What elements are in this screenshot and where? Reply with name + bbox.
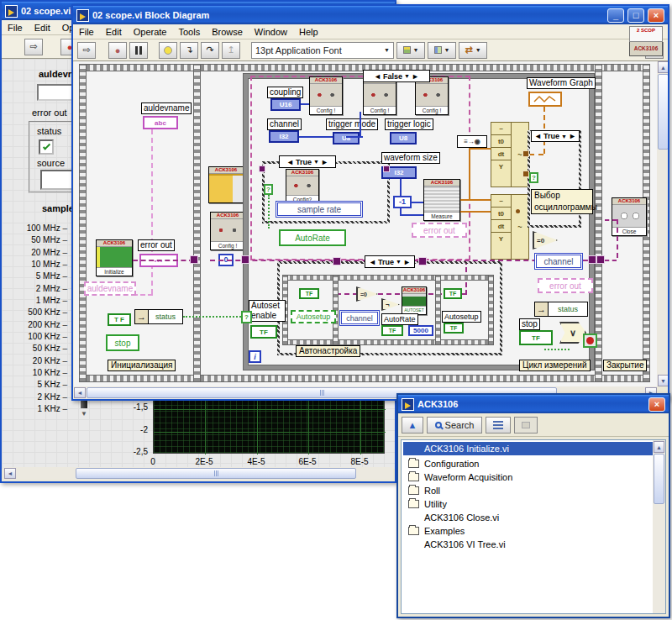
error-out-local-variable[interactable]: error out bbox=[412, 223, 467, 238]
vi-ack3106-measure[interactable]: ACK3106 Measure bbox=[423, 179, 460, 221]
vi-ack3106-open[interactable]: ACK3106 bbox=[208, 166, 244, 203]
boolean-constant[interactable]: T F bbox=[108, 313, 131, 326]
channel-local-variable[interactable]: channel bbox=[534, 253, 583, 270]
front-panel-hscrollbar[interactable]: ◄ bbox=[3, 467, 393, 480]
scroll-left-icon[interactable]: ◄ bbox=[4, 468, 16, 479]
align-objects-button[interactable]: ▼ bbox=[396, 42, 425, 59]
scroll-left-icon[interactable]: ◄ bbox=[74, 387, 86, 398]
up-level-button[interactable]: ▲ bbox=[402, 417, 423, 433]
vi-ack3106-config-query[interactable]: ACK3106 Config? bbox=[286, 169, 319, 204]
unbundle-status-node[interactable]: → status bbox=[534, 302, 588, 317]
menu-edit[interactable]: Edit bbox=[100, 25, 128, 39]
auldevname-local-variable[interactable]: auldevname bbox=[84, 281, 136, 296]
vi-ack3106-config[interactable]: ACK3106 Config ! bbox=[210, 212, 245, 250]
font-selector[interactable]: 13pt Application Font▼ bbox=[251, 42, 394, 59]
numeric-constant-minus1[interactable]: -1 bbox=[393, 196, 412, 208]
run-button[interactable]: ⇨ bbox=[77, 42, 96, 59]
scroll-down-icon[interactable]: ▼ bbox=[658, 375, 669, 386]
scroll-up-icon[interactable]: ▲ bbox=[654, 441, 664, 453]
vi-ack3106-initialize[interactable]: ACK3106 Initialize bbox=[96, 239, 133, 276]
stop-terminal[interactable]: TF bbox=[519, 330, 553, 345]
case-prev-icon[interactable]: ◄ bbox=[369, 258, 376, 266]
palette-item-examples[interactable]: Examples bbox=[403, 524, 654, 538]
case-prev-icon[interactable]: ◄ bbox=[534, 132, 542, 140]
highlight-execution-button[interactable] bbox=[159, 42, 177, 59]
menu-browse[interactable]: Browse bbox=[206, 25, 249, 39]
step-out-button[interactable]: ↥ bbox=[222, 42, 240, 59]
case-next-icon[interactable]: ► bbox=[412, 72, 419, 81]
palette-titlebar[interactable]: ACK3106 × bbox=[398, 395, 669, 413]
auldevname-terminal[interactable]: abc bbox=[143, 116, 178, 129]
case-selector-true[interactable]: ◄True▼► bbox=[531, 130, 580, 142]
case-prev-icon[interactable]: ◄ bbox=[286, 158, 294, 166]
autosetup-local-variable[interactable]: Autosetup bbox=[291, 310, 336, 323]
run-button[interactable]: ⇨ bbox=[24, 39, 43, 55]
loop-condition-terminal[interactable] bbox=[583, 334, 597, 348]
close-button[interactable]: × bbox=[648, 8, 664, 23]
sample-rate-local-variable[interactable]: sample rate bbox=[276, 201, 363, 218]
autorate-terminal[interactable]: TF bbox=[381, 325, 403, 336]
autosetup-local-terminal[interactable]: TF bbox=[444, 323, 464, 334]
boolean-terminal[interactable]: TF bbox=[444, 288, 462, 299]
minimize-button[interactable]: _ bbox=[607, 8, 624, 23]
case-next-icon[interactable]: ► bbox=[321, 158, 328, 166]
menu-file[interactable]: File bbox=[2, 21, 29, 34]
case-selector-true[interactable]: ◄True▼► bbox=[279, 155, 336, 168]
coupling-terminal[interactable]: U16 bbox=[270, 98, 301, 111]
palette-vscrollbar[interactable]: ▲ bbox=[653, 440, 665, 613]
case-selector-true[interactable]: ◄True▼► bbox=[365, 255, 415, 268]
build-waveform-node[interactable]: ~ t0 dt Y ~ bbox=[491, 194, 529, 260]
scrollbar-thumb[interactable] bbox=[658, 74, 669, 150]
loop-iteration-terminal[interactable]: i bbox=[249, 350, 261, 363]
palette-item-close[interactable]: ACK3106 Close.vi bbox=[403, 511, 654, 524]
vi-ack3106-config[interactable]: ACK3106 Config ! bbox=[309, 76, 343, 115]
step-into-button[interactable]: ↴ bbox=[180, 42, 198, 59]
scrollbar-thumb[interactable] bbox=[654, 454, 664, 504]
scrollbar-thumb[interactable] bbox=[76, 468, 356, 479]
channel-terminal[interactable]: I32 bbox=[269, 130, 299, 143]
numeric-constant-5000[interactable]: 5000 bbox=[408, 325, 433, 336]
block-diagram-vscrollbar[interactable]: ▲ ▼ bbox=[657, 61, 669, 386]
case-next-icon[interactable]: ► bbox=[403, 258, 411, 266]
waveform-graph-terminal[interactable] bbox=[528, 92, 562, 107]
array-to-cluster-node[interactable]: ≡→◉ bbox=[457, 135, 487, 148]
boolean-terminal[interactable]: TF bbox=[299, 288, 319, 299]
close-button[interactable]: × bbox=[648, 397, 665, 412]
vi-icon-badge[interactable]: 2 SCOP ACK3106 bbox=[629, 26, 663, 60]
channel-local-variable[interactable]: channel bbox=[339, 310, 380, 326]
unbundle-status-node[interactable]: → status bbox=[134, 309, 183, 324]
reorder-button[interactable]: ⇄▼ bbox=[459, 42, 487, 59]
palette-item-waveform-acquisition[interactable]: Waveform Acquisition bbox=[403, 470, 654, 484]
case-prev-icon[interactable]: ◄ bbox=[374, 72, 381, 81]
search-button[interactable]: Search bbox=[427, 417, 482, 433]
distribute-objects-button[interactable]: ▼ bbox=[428, 42, 456, 59]
status-checkbox[interactable] bbox=[39, 139, 54, 155]
menu-edit[interactable]: Edit bbox=[29, 21, 56, 34]
maximize-button[interactable]: □ bbox=[627, 8, 644, 23]
error-out-local-variable[interactable]: error out bbox=[538, 278, 593, 293]
step-over-button[interactable]: ↷ bbox=[201, 42, 219, 59]
scroll-up-icon[interactable]: ▲ bbox=[658, 61, 669, 73]
vi-ack3106-autoset[interactable]: ACK3106 AUTOSET bbox=[402, 286, 427, 315]
palette-item-roll[interactable]: Roll bbox=[403, 484, 654, 497]
case-next-icon[interactable]: ► bbox=[569, 132, 576, 140]
pause-button[interactable] bbox=[129, 42, 148, 59]
pin-button[interactable] bbox=[514, 417, 538, 433]
block-diagram-titlebar[interactable]: 02 scope.vi Block Diagram _ □ × bbox=[73, 6, 668, 24]
menu-window[interactable]: Window bbox=[249, 25, 293, 39]
trigger-logic-terminal[interactable]: U8 bbox=[390, 132, 417, 144]
menu-operate[interactable]: Operate bbox=[128, 25, 173, 39]
palette-item-configuration[interactable]: Configuration bbox=[403, 457, 654, 470]
menu-file[interactable]: File bbox=[73, 25, 100, 39]
abort-button[interactable]: ● bbox=[108, 42, 127, 59]
autoset-enable-terminal[interactable]: TF bbox=[250, 325, 277, 339]
palette-item-vi-tree[interactable]: ACK3106 VI Tree.vi bbox=[403, 538, 654, 551]
menu-help[interactable]: Help bbox=[293, 25, 324, 39]
palette-item-initialize[interactable]: ACK3106 Initialize.vi bbox=[403, 442, 654, 455]
palette-item-utility[interactable]: Utility bbox=[403, 497, 654, 511]
trigger-mode-terminal[interactable]: U8 bbox=[333, 132, 360, 144]
case-selector-false[interactable]: ◄False▼► bbox=[363, 70, 430, 82]
view-options-button[interactable] bbox=[486, 417, 511, 433]
menu-tools[interactable]: Tools bbox=[172, 25, 206, 39]
stop-local-variable[interactable]: stop bbox=[106, 334, 139, 351]
